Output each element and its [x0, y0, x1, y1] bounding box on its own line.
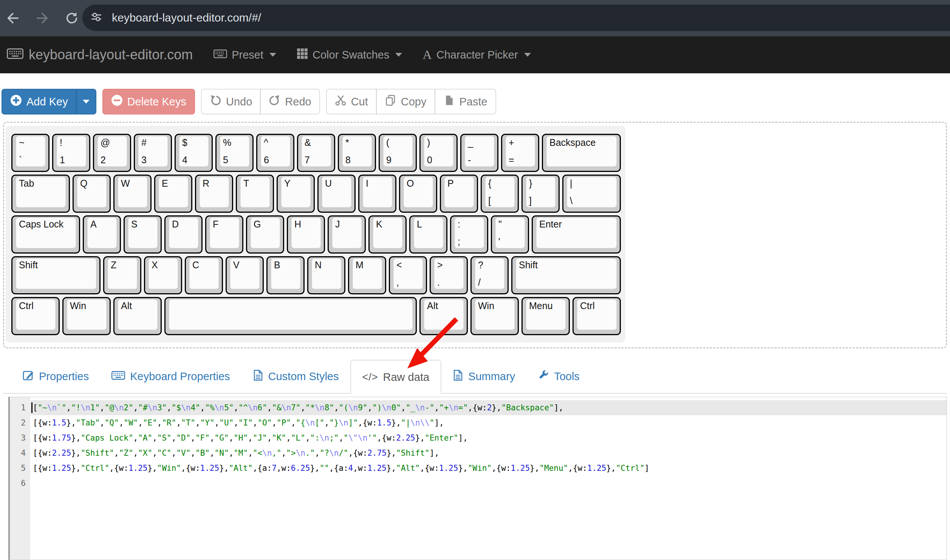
- keyboard-key[interactable]: V: [226, 256, 264, 294]
- keyboard-key[interactable]: )0: [419, 134, 458, 172]
- keyboard-key[interactable]: ~`: [11, 134, 50, 172]
- code-line[interactable]: [{w:1.5},"Tab","Q","W","E","R","T","Y","…: [30, 415, 947, 430]
- keyboard-key[interactable]: R: [195, 175, 233, 213]
- code-area[interactable]: ["~\n`","!\n1","@\n2","#\n3","$\n4","%\n…: [30, 397, 947, 560]
- keyboard-key[interactable]: U: [317, 175, 356, 213]
- keyboard-key[interactable]: &7: [297, 134, 335, 172]
- tab-custom-styles[interactable]: Custom Styles: [241, 360, 350, 393]
- url-bar[interactable]: keyboard-layout-editor.com/#/: [82, 5, 950, 31]
- keyboard-key[interactable]: Alt: [419, 297, 468, 335]
- keyboard-key[interactable]: S: [124, 215, 162, 254]
- keycap-surface: $4: [179, 136, 209, 167]
- copy-button[interactable]: Copy: [376, 89, 435, 114]
- code-line[interactable]: [{w:1.75},"Caps Lock","A","S","D","F","G…: [30, 430, 947, 446]
- keyboard-key[interactable]: <,: [389, 256, 427, 294]
- nav-item-color-swatches[interactable]: Color Swatches: [286, 48, 412, 62]
- keyboard-key[interactable]: !1: [52, 134, 90, 172]
- keyboard-key[interactable]: %5: [215, 134, 254, 172]
- tab-tools[interactable]: Tools: [526, 360, 591, 393]
- redo-button[interactable]: Redo: [260, 89, 320, 114]
- site-settings-icon[interactable]: [90, 11, 103, 25]
- nav-item-character-picker[interactable]: A Character Picker: [412, 48, 541, 62]
- keyboard-key[interactable]: #3: [134, 134, 172, 172]
- undo-button[interactable]: Undo: [201, 89, 261, 114]
- add-key-dropdown-button[interactable]: [76, 89, 96, 114]
- keyboard-key[interactable]: F: [205, 215, 243, 254]
- keyboard-key[interactable]: I: [358, 175, 396, 213]
- keyboard-key[interactable]: "': [491, 215, 529, 254]
- tab-summary[interactable]: Summary: [441, 360, 526, 393]
- keyboard-key[interactable]: :;: [450, 215, 488, 254]
- keyboard-key[interactable]: Ctrl: [572, 297, 621, 335]
- undo-icon: [210, 94, 221, 109]
- keyboard-key[interactable]: A: [83, 215, 121, 254]
- keyboard-key[interactable]: $4: [175, 134, 213, 172]
- keyboard-key[interactable]: Enter: [532, 215, 621, 254]
- nav-item-preset[interactable]: Preset: [203, 48, 286, 62]
- paste-button[interactable]: Paste: [435, 89, 496, 114]
- keyboard-key[interactable]: {[: [481, 175, 519, 213]
- keyboard-key[interactable]: Ctrl: [11, 297, 60, 335]
- keyboard-key[interactable]: N: [307, 256, 345, 294]
- keyboard-key[interactable]: (9: [379, 134, 417, 172]
- keyboard-key[interactable]: J: [328, 215, 366, 254]
- keyboard-key[interactable]: Shift: [511, 256, 621, 294]
- keyboard-key[interactable]: Menu: [521, 297, 570, 335]
- code-line[interactable]: ["~\n`","!\n1","@\n2","#\n3","$\n4","%\n…: [30, 400, 947, 415]
- paste-label: Paste: [460, 96, 487, 108]
- keyboard-key[interactable]: |\: [562, 175, 621, 213]
- keyboard-key[interactable]: *8: [338, 134, 376, 172]
- keyboard-key[interactable]: W: [113, 175, 152, 213]
- tab-properties[interactable]: Properties: [11, 360, 100, 393]
- keyboard-key[interactable]: D: [164, 215, 203, 254]
- keyboard-key[interactable]: Backspace: [542, 134, 621, 172]
- keyboard-key[interactable]: Alt: [113, 297, 162, 335]
- keyboard-key[interactable]: Win: [62, 297, 111, 335]
- keyboard-key[interactable]: Tab: [11, 175, 70, 213]
- keyboard-key[interactable]: T: [236, 175, 274, 213]
- keyboard-key[interactable]: L: [409, 215, 447, 254]
- keyboard-key[interactable]: Caps Lock: [11, 215, 80, 254]
- code-line[interactable]: [{w:1.25},"Ctrl",{w:1.25},"Win",{w:1.25}…: [30, 461, 947, 476]
- keyboard-key[interactable]: ?/: [470, 256, 509, 294]
- forward-icon[interactable]: [35, 11, 50, 26]
- keyboard-key[interactable]: [164, 297, 417, 335]
- keyboard-key[interactable]: Y: [277, 175, 315, 213]
- keyboard-key[interactable]: Z: [103, 256, 141, 294]
- delete-keys-button[interactable]: Delete Keys: [102, 89, 195, 114]
- keyboard-key[interactable]: Win: [470, 297, 519, 335]
- raw-data-editor[interactable]: 123456 ["~\n`","!\n1","@\n2","#\n3","$\n…: [8, 397, 947, 560]
- keyboard-key[interactable]: G: [246, 215, 284, 254]
- code-line[interactable]: [{w:2.25},"Shift","Z","X","C","V","B","N…: [30, 446, 947, 461]
- keyboard-key[interactable]: @2: [93, 134, 131, 172]
- keyboard-key[interactable]: P: [440, 175, 478, 213]
- keyboard-key[interactable]: _-: [460, 134, 498, 172]
- tab-keyboard-properties[interactable]: Keyboard Properties: [100, 360, 241, 393]
- keycap-surface: L: [414, 218, 443, 248]
- keyboard-key[interactable]: O: [399, 175, 437, 213]
- keyboard-key[interactable]: >.: [430, 256, 468, 294]
- keyboard-key[interactable]: }]: [521, 175, 560, 213]
- keyboard-key[interactable]: Shift: [11, 256, 101, 294]
- code-line[interactable]: [30, 476, 947, 491]
- cut-button[interactable]: Cut: [326, 89, 377, 114]
- back-icon[interactable]: [5, 11, 20, 26]
- url-text[interactable]: keyboard-layout-editor.com/#/: [112, 11, 261, 24]
- line-number: 5: [10, 461, 30, 476]
- reload-icon[interactable]: [64, 11, 79, 26]
- keyboard-key[interactable]: E: [154, 175, 192, 213]
- keyboard-key[interactable]: +=: [501, 134, 539, 172]
- keyboard-key[interactable]: Q: [73, 175, 111, 213]
- clipboard-group: Cut Copy Paste: [326, 89, 496, 114]
- keyboard-key[interactable]: M: [348, 256, 386, 294]
- keyboard-key[interactable]: B: [266, 256, 305, 294]
- add-key-button[interactable]: Add Key: [2, 89, 76, 114]
- keyboard-key[interactable]: X: [144, 256, 182, 294]
- keyboard-key[interactable]: H: [287, 215, 325, 254]
- brand[interactable]: keyboard-layout-editor.com: [7, 47, 193, 63]
- tab-raw-data[interactable]: </> Raw data: [350, 360, 442, 394]
- keyboard-key[interactable]: C: [185, 256, 223, 294]
- scissors-icon: [335, 94, 347, 109]
- keyboard-key[interactable]: K: [368, 215, 407, 254]
- keyboard-key[interactable]: ^6: [256, 134, 294, 172]
